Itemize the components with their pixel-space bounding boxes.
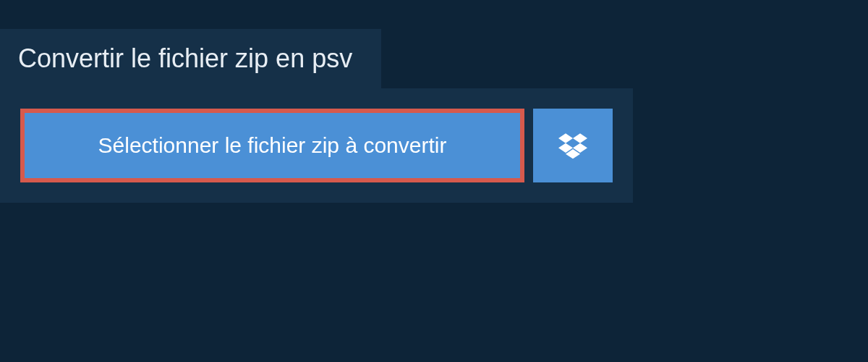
dropbox-icon — [558, 131, 587, 160]
page-title: Convertir le fichier zip en psv — [18, 43, 352, 74]
dropbox-button[interactable] — [533, 109, 613, 182]
button-row: Sélectionner le fichier zip à convertir — [20, 109, 613, 182]
upload-panel: Sélectionner le fichier zip à convertir — [0, 88, 633, 203]
title-bar: Convertir le fichier zip en psv — [0, 29, 381, 88]
select-file-label: Sélectionner le fichier zip à convertir — [98, 133, 447, 158]
select-file-button[interactable]: Sélectionner le fichier zip à convertir — [20, 109, 524, 182]
